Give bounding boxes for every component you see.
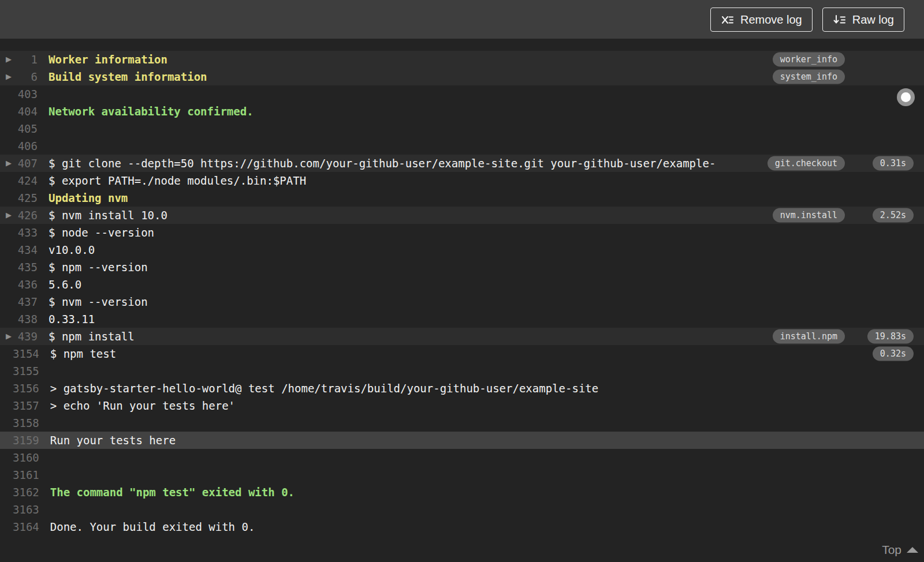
fold-arrow-icon[interactable]: ▶ [0,51,13,68]
toolbar-button-group: Remove log Raw log [710,8,904,32]
line-text: The command "npm test" exited with 0. [50,486,924,499]
line-text: Done. Your build exited with 0. [50,520,924,533]
line-number[interactable]: 6 [13,70,38,83]
raw-log-button[interactable]: Raw log [822,8,904,32]
line-number[interactable]: 3158 [13,417,39,429]
duration-badge: 0.32s [873,347,914,361]
line-text: $ node --version [49,226,924,239]
follow-log-dot-icon [901,92,911,102]
log-toolbar: Remove log Raw log [0,0,924,39]
log-line-406: 406 [0,137,924,155]
remove-log-button[interactable]: Remove log [710,8,813,32]
log-line-1[interactable]: ▶1Worker informationworker_info [0,51,924,68]
log-line-404: 404Network availability confirmed. [0,103,924,120]
line-number[interactable]: 3161 [13,469,39,481]
line-text: v10.0.0 [49,243,924,256]
duration-badge: 0.31s [873,156,914,171]
line-number[interactable]: 3155 [13,365,39,377]
log-line-425: 425Updating nvm [0,189,924,207]
log-line-405: 405 [0,120,924,137]
log-line-3163: 3163 [0,501,924,518]
duration-badge: 2.52s [873,208,914,223]
log-line-3155: 3155 [0,362,924,380]
remove-log-label: Remove log [740,13,802,27]
line-number[interactable]: 434 [13,243,38,256]
line-number[interactable]: 1 [13,53,38,66]
fold-arrow-icon[interactable]: ▶ [0,328,13,345]
stage-tag-badge: system_info [773,70,845,84]
log-line-438: 4380.33.11 [0,310,924,328]
line-number[interactable]: 404 [13,105,38,118]
line-number[interactable]: 3156 [13,382,39,395]
line-number[interactable]: 433 [13,226,38,239]
log-line-426[interactable]: ▶426$ nvm install 10.0nvm.install2.52s [0,207,924,224]
stage-tag-badge: worker_info [773,53,845,67]
arrow-up-icon [907,547,918,553]
line-text: > echo 'Run your tests here' [50,399,924,412]
log-lines: ▶1Worker informationworker_info▶6Build s… [0,51,924,535]
stage-tag-badge: nvm.install [773,208,845,223]
line-number[interactable]: 3159 [13,434,39,447]
line-text: Network availability confirmed. [49,105,924,118]
fold-arrow-icon[interactable]: ▶ [0,207,13,224]
log-line-3158: 3158 [0,414,924,432]
fold-arrow-icon[interactable]: ▶ [0,155,13,172]
line-number[interactable]: 407 [13,157,38,170]
stage-tag-badge: install.npm [773,329,845,344]
log-line-424: 424$ export PATH=./node_modules/.bin:$PA… [0,172,924,189]
top-link-label: Top [882,543,901,557]
line-text: 5.6.0 [49,278,924,291]
line-text: $ npm --version [49,261,924,273]
line-text: $ export PATH=./node_modules/.bin:$PATH [49,174,924,187]
stage-tag-badge: git.checkout [767,156,845,171]
line-number[interactable]: 424 [13,174,38,187]
line-number[interactable]: 436 [13,278,38,291]
line-number[interactable]: 3164 [13,520,39,533]
line-text: $ nvm --version [49,295,924,308]
log-line-3161: 3161 [0,466,924,484]
line-number[interactable]: 405 [13,122,38,135]
line-number[interactable]: 439 [13,330,38,343]
log-line-3162: 3162The command "npm test" exited with 0… [0,484,924,501]
log-line-433: 433$ node --version [0,224,924,241]
log-line-403: 403 [0,85,924,103]
line-text: Run your tests here [50,434,924,447]
fold-arrow-icon[interactable]: ▶ [0,68,13,85]
log-line-3164: 3164Done. Your build exited with 0. [0,518,924,535]
line-number[interactable]: 437 [13,295,38,308]
line-text: > gatsby-starter-hello-world@ test /home… [50,382,924,395]
log-area: ▶1Worker informationworker_info▶6Build s… [0,39,924,562]
line-number[interactable]: 403 [13,88,38,100]
log-line-439[interactable]: ▶439$ npm installinstall.npm19.83s [0,328,924,345]
log-line-436: 4365.6.0 [0,276,924,293]
line-number[interactable]: 3162 [13,486,39,499]
follow-log-toggle[interactable] [897,88,915,106]
line-number[interactable]: 435 [13,261,38,273]
line-text: $ npm test [50,347,924,360]
line-text: Updating nvm [49,192,924,204]
top-link[interactable]: Top [882,543,918,557]
raw-log-icon [833,13,846,27]
line-number[interactable]: 3160 [13,451,39,464]
duration-badge: 19.83s [867,329,914,344]
raw-log-label: Raw log [852,13,894,27]
log-line-434: 434v10.0.0 [0,241,924,258]
line-number[interactable]: 425 [13,192,38,204]
remove-log-icon [721,13,734,27]
log-line-3157: 3157> echo 'Run your tests here' [0,397,924,414]
log-line-6[interactable]: ▶6Build system informationsystem_info [0,68,924,85]
log-line-3154: 3154$ npm test0.32s [0,345,924,362]
line-number[interactable]: 426 [13,209,38,222]
line-number[interactable]: 438 [13,313,38,325]
line-number[interactable]: 3163 [13,503,39,516]
line-number[interactable]: 406 [13,140,38,152]
log-line-437: 437$ nvm --version [0,293,924,310]
log-line-435: 435$ npm --version [0,258,924,276]
line-text: 0.33.11 [49,313,924,325]
line-number[interactable]: 3154 [13,347,39,360]
log-line-3156: 3156> gatsby-starter-hello-world@ test /… [0,380,924,397]
log-line-3160: 3160 [0,449,924,466]
line-number[interactable]: 3157 [13,399,39,412]
log-line-407[interactable]: ▶407$ git clone --depth=50 https://githu… [0,155,924,172]
log-line-3159: 3159Run your tests here [0,432,924,449]
